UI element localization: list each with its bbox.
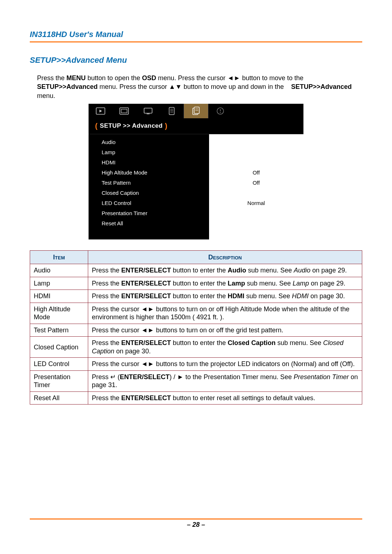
osd-tab-setup-basic-icon [160,104,184,118]
svg-marker-1 [99,110,102,112]
osd-tab-status-icon [208,104,232,118]
osd-labels-column: Audio Lamp HDMI High Altitude Mode Test … [89,134,209,239]
table-row: Test Pattern Press the cursor ◄► buttons… [30,324,362,337]
text-bold: SETUP>>Advanced [291,83,352,90]
page-footer: – 28 – [30,518,362,529]
table-row: Presentation Timer Press ↵ (ENTER/SELECT… [30,370,362,391]
desc-cell: Press the ENTER/SELECT button to enter r… [88,391,362,405]
svg-point-16 [220,112,220,113]
osd-item-value [209,137,303,147]
page-number: – 28 – [187,521,205,528]
intro-paragraph: Press the MENU button to open the OSD me… [37,74,362,100]
page-header: IN3118HD User's Manual [30,30,362,42]
osd-tab-spacer [232,104,303,118]
desc-cell: Press the ENTER/SELECT button to enter t… [88,264,362,277]
item-cell: HDMI [30,290,88,303]
desc-cell: Press ↵ (ENTER/SELECT) / ► to the Presen… [88,370,362,391]
osd-item-label: Lamp [102,147,209,157]
osd-tab-row [89,104,303,118]
osd-tab-image-icon [113,104,136,118]
desc-cell: Press the cursor ◄► buttons to turn on o… [88,324,362,337]
desc-cell: Press the cursor ◄► buttons to turn on o… [88,303,362,324]
svg-rect-4 [144,108,152,113]
section-heading: SETUP>>Advanced Menu [30,56,362,65]
table-row: LED Control Press the cursor ◄► buttons … [30,358,362,371]
osd-item-value [209,157,303,168]
osd-item-label: Audio [102,137,209,147]
table-row: HDMI Press the ENTER/SELECT button to en… [30,290,362,303]
item-cell: Reset All [30,391,88,405]
svg-rect-6 [169,107,174,115]
osd-item-value: Off [209,168,303,178]
item-cell: Audio [30,264,88,277]
desc-cell: Press the ENTER/SELECT button to enter t… [88,337,362,358]
osd-item-value [209,218,303,229]
osd-tab-picture-icon [89,104,113,118]
table-row: Reset All Press the ENTER/SELECT button … [30,391,362,405]
item-cell: LED Control [30,358,88,371]
osd-panel: ( SETUP >> Advanced ) Audio Lamp HDMI Hi… [89,104,303,239]
osd-item-value [209,208,303,218]
osd-item-label: Test Pattern [102,178,209,188]
osd-breadcrumb: ( SETUP >> Advanced ) [89,118,303,134]
osd-tab-setup-advanced-icon [184,104,208,118]
osd-item-label: Presentation Timer [102,208,209,218]
text: button to open the [86,74,142,82]
paren-right: ) [165,122,167,130]
item-cell: Lamp [30,277,88,290]
text: Press the [37,74,66,82]
text: menu. Press the cursor ▲▼ button to move… [98,83,286,90]
osd-item-label: LED Control [102,198,209,208]
item-cell: Presentation Timer [30,370,88,391]
osd-tab-display-icon [136,104,160,118]
table-row: Audio Press the ENTER/SELECT button to e… [30,264,362,277]
osd-breadcrumb-text: SETUP >> Advanced [100,122,163,130]
text-bold: MENU [66,74,86,82]
osd-item-label: Closed Caption [102,188,209,198]
text-bold: SETUP>>Advanced [37,83,98,90]
svg-rect-3 [121,109,127,113]
col-header-desc: Description [88,250,362,264]
item-cell: Closed Caption [30,337,88,358]
osd-item-label: HDMI [102,157,209,168]
osd-item-label: Reset All [102,218,209,229]
desc-cell: Press the ENTER/SELECT button to enter t… [88,290,362,303]
osd-item-value [209,147,303,157]
table-header-row: Item Description [30,250,362,264]
osd-item-value: Off [209,178,303,188]
text-bold: OSD [142,74,156,82]
table-row: Closed Caption Press the ENTER/SELECT bu… [30,337,362,358]
item-cell: Test Pattern [30,324,88,337]
osd-values-column: Off Off Normal [209,134,303,239]
text: menu. [37,92,55,99]
table-row: Lamp Press the ENTER/SELECT button to en… [30,277,362,290]
osd-item-label: High Altitude Mode [102,168,209,178]
item-cell: High Altitude Mode [30,303,88,324]
paren-left: ( [95,122,98,130]
description-table: Item Description Audio Press the ENTER/S… [30,250,362,405]
text: menu. Press the cursor ◄► button to move… [156,74,303,82]
desc-cell: Press the cursor ◄► buttons to turn the … [88,358,362,371]
osd-item-value: Normal [209,198,303,208]
osd-item-value [209,188,303,198]
table-row: High Altitude Mode Press the cursor ◄► b… [30,303,362,324]
desc-cell: Press the ENTER/SELECT button to enter t… [88,277,362,290]
col-header-item: Item [30,250,88,264]
